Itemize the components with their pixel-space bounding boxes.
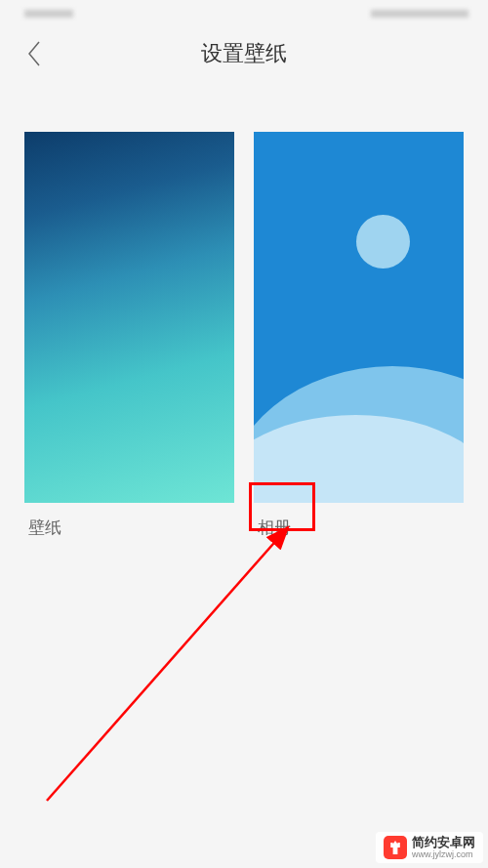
svg-line-1 [47, 527, 288, 801]
wallpaper-option-builtin[interactable]: 壁纸 [24, 132, 234, 541]
hill-front-shape [254, 415, 464, 503]
watermark-text: 简约安卓网 www.jylzwj.com [412, 836, 475, 859]
moon-shape [356, 215, 410, 269]
wallpaper-thumbnail [24, 132, 234, 503]
page-title: 设置壁纸 [201, 39, 287, 68]
wallpaper-label: 壁纸 [24, 515, 234, 541]
watermark-icon [384, 836, 407, 859]
album-label: 相册 [254, 515, 464, 541]
watermark-title: 简约安卓网 [412, 836, 475, 848]
wallpaper-options: 壁纸 相册 [0, 83, 488, 541]
watermark: 简约安卓网 www.jylzwj.com [376, 832, 483, 863]
wallpaper-option-album[interactable]: 相册 [254, 132, 464, 541]
back-button[interactable] [20, 39, 49, 68]
header: 设置壁纸 [0, 24, 488, 83]
watermark-url: www.jylzwj.com [412, 850, 475, 859]
status-bar [0, 0, 488, 24]
album-thumbnail [254, 132, 464, 503]
chevron-left-icon [26, 40, 42, 67]
gradient-preview [24, 132, 234, 503]
album-preview [254, 132, 464, 503]
